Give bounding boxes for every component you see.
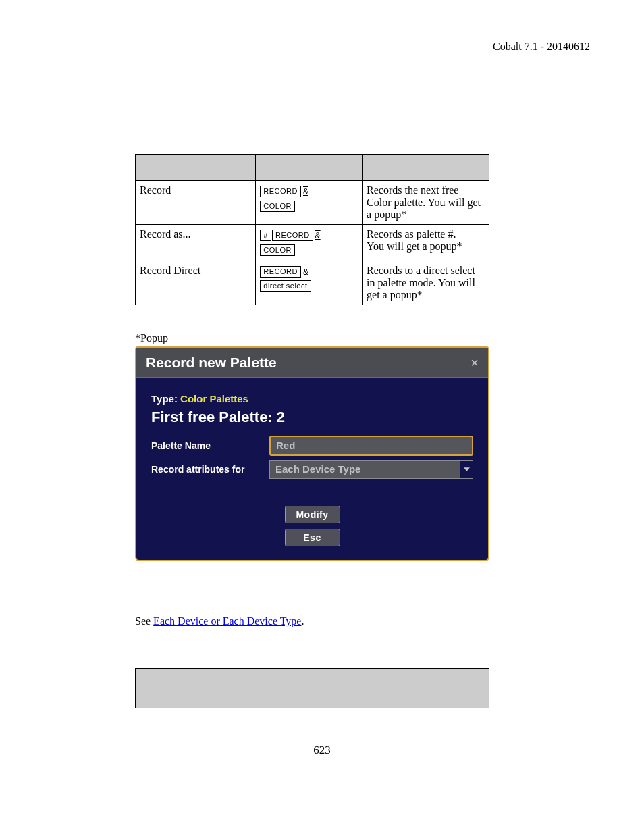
command-name: Record as... <box>136 225 256 261</box>
see-also-line: See Each Device or Each Device Type. <box>135 615 543 627</box>
command-description: Records as palette #.You will get a popu… <box>363 225 489 261</box>
command-keys: #RECORD&COLOR <box>256 225 363 261</box>
type-line: Type: Color Palettes <box>151 393 473 405</box>
page-number: 623 <box>0 744 644 757</box>
ampersand-separator: & <box>303 265 308 279</box>
table-header-row <box>136 155 489 181</box>
keycap: direct select <box>260 280 311 292</box>
type-label: Type: <box>151 393 178 405</box>
command-name: Record <box>136 181 256 225</box>
keycap: COLOR <box>260 201 295 212</box>
command-name: Record Direct <box>136 261 256 305</box>
ampersand-separator: & <box>303 185 308 199</box>
keycap: RECORD <box>272 230 313 241</box>
see-prefix: See <box>135 615 153 627</box>
keycap: RECORD <box>260 186 301 197</box>
palette-name-input[interactable] <box>269 436 473 456</box>
type-value: Color Palettes <box>180 393 248 405</box>
table-row: Record DirectRECORD&direct selectRecords… <box>136 261 489 305</box>
record-attr-select[interactable]: Each Device Type <box>269 460 473 479</box>
page-header-version: Cobalt 7.1 - 20140612 <box>54 41 590 53</box>
keycap: # <box>260 230 271 241</box>
close-icon[interactable]: × <box>471 356 479 369</box>
see-link[interactable]: Each Device or Each Device Type <box>153 615 301 627</box>
table-row: Record as...#RECORD&COLORRecords as pale… <box>136 225 489 261</box>
ampersand-separator: & <box>315 229 321 242</box>
dialog-titlebar: Record new Palette × <box>136 348 488 378</box>
bottom-link-placeholder[interactable] <box>279 706 346 706</box>
record-palette-dialog: Record new Palette × Type: Color Palette… <box>135 346 489 561</box>
keycap: RECORD <box>260 266 301 278</box>
palette-name-label: Palette Name <box>151 440 269 451</box>
command-description: Records to a direct select in palette mo… <box>363 261 489 305</box>
first-free-headline: First free Palette: 2 <box>151 409 473 426</box>
command-keys: RECORD&COLOR <box>256 181 363 225</box>
popup-footnote-label: *Popup <box>135 332 543 344</box>
esc-button[interactable]: Esc <box>285 529 340 546</box>
table-row: RecordRECORD&COLORRecords the next free … <box>136 181 489 225</box>
bottom-band <box>135 668 489 708</box>
record-attr-label: Record attributes for <box>151 464 269 475</box>
record-attr-value: Each Device Type <box>269 460 460 479</box>
dialog-title: Record new Palette <box>146 355 277 371</box>
commands-table: RecordRECORD&COLORRecords the next free … <box>135 154 489 305</box>
see-suffix: . <box>301 615 304 627</box>
command-keys: RECORD&direct select <box>256 261 363 305</box>
modify-button[interactable]: Modify <box>285 506 340 523</box>
keycap: COLOR <box>260 244 295 256</box>
command-description: Records the next free Color palette. You… <box>363 181 489 225</box>
chevron-down-icon[interactable] <box>460 460 473 479</box>
